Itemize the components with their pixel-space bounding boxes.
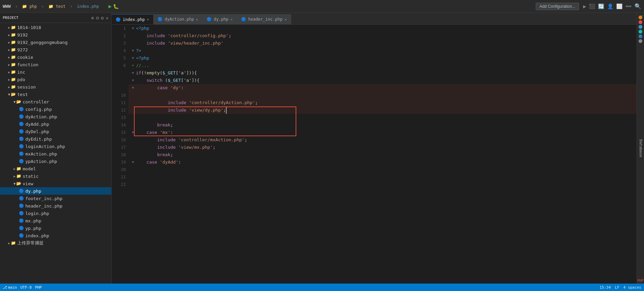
sidebar-item-header-inc-php[interactable]: 🔵 header_inc.php	[0, 202, 111, 210]
sidebar-item-view[interactable]: ▼ 📂 view	[0, 180, 111, 187]
profile-icon[interactable]: 👤	[607, 3, 614, 9]
arrow-icon: ▶	[8, 78, 10, 81]
gutter-fold[interactable]: ▼	[130, 84, 136, 92]
sidebar-item-pdo[interactable]: ▶ 📁 pdo	[0, 76, 111, 83]
sidebar-collapse-icon[interactable]: ⊟	[96, 15, 99, 21]
php-file-icon: 🔵	[19, 203, 24, 208]
add-configuration-button[interactable]: Add Configuration...	[536, 3, 579, 10]
stop-icon[interactable]: ⬛	[589, 3, 595, 9]
arrow-icon: ▶	[8, 85, 10, 89]
sidebar-actions: ⊕ ⊟ ⚙ ✕	[91, 15, 109, 21]
status-language[interactable]: PHP	[35, 285, 42, 290]
sidebar-item-inc[interactable]: ▶ 📁 inc	[0, 68, 111, 76]
tab-header-inc-php[interactable]: 🔵 header_inc.php ✕	[237, 14, 291, 24]
tab-close-icon[interactable]: ✕	[147, 17, 149, 22]
breadcrumb-file[interactable]: index.php	[77, 4, 99, 9]
sidebar-item-config-php[interactable]: 🔵 config.php	[0, 105, 111, 113]
sidebar-item-test[interactable]: ▼ 📂 test	[0, 91, 111, 98]
sidebar-item-9192-gonggong[interactable]: ▶ 📁 9192_gonggongmubang	[0, 39, 111, 46]
status-right: 15:34 LF 4 spaces	[600, 285, 641, 290]
sidebar-item-mxaction-php[interactable]: 🔵 mxAction.php	[0, 150, 111, 157]
minimize-icon[interactable]: ➖	[625, 3, 632, 9]
gutter-fold[interactable]: ▼	[130, 129, 136, 136]
tab-dy-php[interactable]: 🔵 dy.php ✕	[203, 14, 237, 24]
sidebar-item-footer-inc-php[interactable]: 🔵 footer_inc.php	[0, 195, 111, 202]
arrow-icon: ▶	[8, 63, 10, 67]
sidebar-item-9272[interactable]: ▶ 📁 9272	[0, 46, 111, 53]
sidebar-item-controller[interactable]: ▼ 📂 controller	[0, 98, 111, 105]
arrow-icon: ▶	[14, 167, 16, 171]
git-branch[interactable]: ⎇ main	[3, 285, 17, 290]
play-icon[interactable]: ▶	[583, 3, 586, 9]
folder-icon: 📂	[16, 181, 21, 186]
code-line-21: break;	[129, 151, 637, 159]
gutter-plus[interactable]: +	[130, 62, 136, 69]
code-line-2: include 'controller/config.php';	[129, 32, 637, 40]
arrow-icon: ▶	[8, 48, 10, 52]
sidebar-item-dyedit-php[interactable]: 🔵 dyEdit.php	[0, 135, 111, 143]
sidebar-item-static[interactable]: ▶ 📁 static	[0, 172, 111, 180]
folder-icon: 📁	[11, 25, 16, 30]
maximize-icon[interactable]: ⬜	[616, 3, 623, 9]
db-panel-label[interactable]: Database	[638, 139, 643, 157]
sidebar-item-cookie[interactable]: ▶ 📁 cookie	[0, 53, 111, 61]
gutter-fold[interactable]: ▼	[130, 25, 136, 32]
top-bar: WWW › 📁 php › 📁 test › index.php ▶ 🐛 Add…	[0, 0, 644, 13]
sidebar-new-file-icon[interactable]: ⊕	[91, 15, 94, 21]
status-encoding[interactable]: UTF-8	[21, 285, 32, 290]
breadcrumb-test[interactable]: 📁 test	[48, 4, 66, 9]
code-line-14: include 'controller/dyAction.php';	[129, 99, 637, 106]
php-file-icon: 🔵	[19, 159, 24, 164]
debug-button[interactable]: 🐛	[113, 4, 119, 9]
sidebar-item-dydel-php[interactable]: 🔵 dyDel.php	[0, 128, 111, 135]
sidebar-settings-icon[interactable]: ⚙	[101, 15, 104, 21]
sidebar-item-9192[interactable]: ▶ 📁 9192	[0, 31, 111, 39]
sidebar-item-login-php[interactable]: 🔵 login.php	[0, 210, 111, 217]
gutter-fold[interactable]: ▼	[130, 47, 136, 54]
tab-close-icon[interactable]: ✕	[284, 17, 287, 22]
item-label: dyDel.php	[25, 129, 49, 134]
reload-icon[interactable]: 🔄	[598, 3, 604, 9]
tab-file-icon: 🔵	[116, 17, 121, 22]
sidebar-item-upload[interactable]: ▶ 📁 上传异常捕捉	[0, 239, 111, 247]
breadcrumb-php[interactable]: 📁 php	[22, 4, 37, 9]
sidebar-item-dy-php[interactable]: 🔵 dy.php	[0, 187, 111, 195]
sidebar-item-function[interactable]: ▶ 📁 function	[0, 61, 111, 68]
sidebar-item-session[interactable]: ▶ 📁 session	[0, 83, 111, 91]
tab-index-php[interactable]: 🔵 index.php ✕	[112, 14, 154, 24]
sidebar-item-model[interactable]: ▶ 📁 model	[0, 165, 111, 172]
tab-label: dyAction.php	[165, 17, 194, 22]
gutter-fold[interactable]: ▼	[130, 54, 136, 62]
tab-dyaction-php[interactable]: 🔵 dyAction.php ✕	[154, 14, 203, 24]
tab-close-icon[interactable]: ✕	[230, 17, 233, 22]
search-icon[interactable]: 🔍	[635, 3, 641, 9]
gutter-fold[interactable]: ▼	[130, 69, 136, 77]
code-content: ▼ <?php include 'controller/config.php';…	[129, 25, 637, 284]
git-branch-label: main	[8, 285, 17, 290]
code-editor[interactable]: 1 2 3 4 5 6 10 11 12 13 14 15 16 17 18 1…	[112, 25, 637, 284]
tab-close-icon[interactable]: ✕	[196, 17, 198, 22]
item-label: 9192	[17, 32, 28, 38]
sidebar-item-index-php[interactable]: 🔵 index.php	[0, 232, 111, 239]
sidebar-item-1014-1018[interactable]: ▶ 📁 1014-1018	[0, 24, 111, 31]
sidebar-item-mx-php[interactable]: 🔵 mx.php	[0, 217, 111, 224]
sidebar-item-loginaction-php[interactable]: 🔵 loginAction.php	[0, 143, 111, 150]
db-dot-darkblue	[639, 34, 642, 38]
php-file-icon: 🔵	[19, 151, 24, 156]
gutter-fold[interactable]: ▼	[130, 77, 136, 84]
gutter-fold[interactable]: ▼	[130, 159, 136, 166]
sidebar-item-yp-php[interactable]: 🔵 yp.php	[0, 224, 111, 232]
arrow-icon: ▶	[14, 174, 16, 178]
status-line-ending: LF	[615, 285, 619, 290]
sidebar-header: Project ⊕ ⊟ ⚙ ✕	[0, 13, 111, 23]
sidebar-item-ypaction-php[interactable]: 🔵 ypAction.php	[0, 157, 111, 165]
breadcrumb-sep1: ›	[15, 3, 18, 9]
php-file-icon: 🔵	[19, 129, 24, 134]
sidebar-item-dyadd-php[interactable]: 🔵 dyAdd.php	[0, 120, 111, 128]
sidebar-item-dyaction-php[interactable]: 🔵 dyAction.php	[0, 113, 111, 120]
run-button[interactable]: ▶	[108, 3, 112, 9]
sidebar-close-icon[interactable]: ✕	[106, 15, 109, 21]
php-file-icon: 🔵	[19, 144, 24, 149]
item-label: static	[23, 174, 39, 179]
tab-label: index.php	[123, 17, 145, 22]
